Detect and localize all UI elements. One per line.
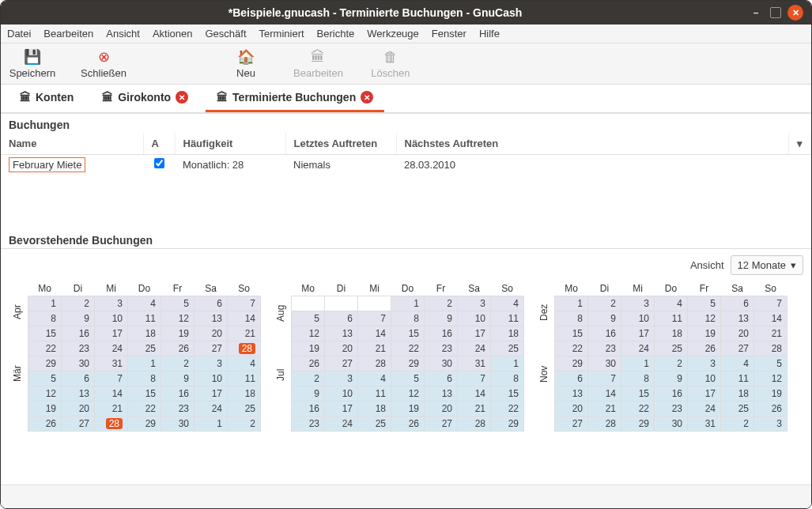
calendar-day[interactable]: 24 bbox=[325, 417, 358, 432]
calendar-day[interactable]: 20 bbox=[425, 402, 458, 417]
calendar-day[interactable]: 3 bbox=[325, 371, 358, 386]
calendar-day[interactable]: 25 bbox=[128, 341, 161, 356]
calendar-day[interactable]: 8 bbox=[491, 371, 524, 386]
calendar-day[interactable]: 10 bbox=[458, 311, 491, 326]
calendar-day[interactable]: 19 bbox=[161, 326, 195, 341]
calendar-day[interactable]: 30 bbox=[62, 356, 95, 371]
calendar-day[interactable]: 1 bbox=[128, 356, 161, 371]
calendar-day[interactable]: 5 bbox=[292, 311, 325, 326]
calendar-day[interactable]: 22 bbox=[128, 402, 161, 417]
calendar-day[interactable]: 26 bbox=[391, 417, 425, 432]
calendar-day[interactable]: 14 bbox=[458, 386, 491, 402]
calendar-day[interactable]: 3 bbox=[458, 296, 491, 311]
calendar-day[interactable]: 14 bbox=[588, 386, 621, 402]
calendar-day[interactable]: 21 bbox=[754, 326, 787, 341]
calendar-day[interactable]: 8 bbox=[621, 371, 655, 386]
menu-aktionen[interactable]: Aktionen bbox=[153, 28, 193, 40]
calendar-day[interactable]: 28 bbox=[754, 341, 787, 356]
calendar-day[interactable]: 1 bbox=[28, 296, 62, 311]
calendar-day[interactable]: 2 bbox=[721, 417, 754, 432]
calendar-day[interactable]: 25 bbox=[358, 417, 391, 432]
tab-scheduled[interactable]: 🏛 Terminierte Buchungen ✕ bbox=[206, 85, 384, 112]
calendar-day[interactable]: 5 bbox=[391, 371, 425, 386]
calendar-day[interactable]: 18 bbox=[721, 386, 754, 402]
calendar-day[interactable]: 9 bbox=[425, 311, 458, 326]
calendar-day[interactable]: 30 bbox=[425, 356, 458, 371]
calendar-day[interactable]: 28 bbox=[358, 356, 391, 371]
calendar-day[interactable]: 28 bbox=[228, 341, 261, 356]
calendar-day[interactable]: 4 bbox=[128, 296, 161, 311]
calendar-day[interactable]: 22 bbox=[621, 402, 655, 417]
calendar-day[interactable]: 23 bbox=[62, 341, 95, 356]
calendar-day[interactable]: 11 bbox=[358, 386, 391, 402]
calendar-day[interactable]: 4 bbox=[721, 356, 754, 371]
calendar-day[interactable]: 21 bbox=[358, 341, 391, 356]
calendar-day[interactable]: 23 bbox=[655, 402, 688, 417]
calendar-day[interactable]: 19 bbox=[688, 326, 721, 341]
col-freq[interactable]: Häufigkeit bbox=[175, 133, 285, 155]
calendar-day[interactable]: 23 bbox=[292, 417, 325, 432]
calendar-day[interactable]: 1 bbox=[555, 296, 588, 311]
calendar-day[interactable]: 4 bbox=[655, 296, 688, 311]
calendar-day[interactable]: 5 bbox=[754, 356, 787, 371]
menu-ansicht[interactable]: Ansicht bbox=[106, 28, 140, 40]
calendar-day[interactable]: 14 bbox=[754, 311, 787, 326]
calendar-day[interactable]: 11 bbox=[721, 371, 754, 386]
calendar-day[interactable]: 14 bbox=[228, 311, 261, 326]
calendar-day[interactable]: 27 bbox=[62, 417, 95, 432]
calendar-day[interactable]: 7 bbox=[95, 371, 128, 386]
calendar-day[interactable]: 18 bbox=[655, 326, 688, 341]
calendar-day[interactable]: 27 bbox=[195, 341, 228, 356]
calendar-day[interactable]: 2 bbox=[62, 296, 95, 311]
col-a[interactable]: A bbox=[143, 133, 175, 155]
calendar-day[interactable]: 13 bbox=[195, 311, 228, 326]
calendar-day[interactable]: 2 bbox=[655, 356, 688, 371]
calendar-day[interactable]: 29 bbox=[621, 417, 655, 432]
calendar-day[interactable]: 2 bbox=[425, 296, 458, 311]
calendar-day[interactable]: 21 bbox=[588, 402, 621, 417]
calendar-day[interactable] bbox=[325, 296, 358, 311]
calendar-day[interactable]: 27 bbox=[555, 417, 588, 432]
calendar-day[interactable]: 27 bbox=[325, 356, 358, 371]
calendar-day[interactable]: 24 bbox=[95, 341, 128, 356]
calendar-day[interactable]: 4 bbox=[228, 356, 261, 371]
calendar-day[interactable]: 13 bbox=[721, 311, 754, 326]
calendar-day[interactable]: 11 bbox=[655, 311, 688, 326]
window-close-button[interactable] bbox=[787, 5, 803, 21]
calendar-day[interactable]: 4 bbox=[358, 371, 391, 386]
calendar-day[interactable]: 16 bbox=[161, 386, 195, 402]
calendar-day[interactable]: 28 bbox=[458, 417, 491, 432]
calendar-day[interactable]: 22 bbox=[28, 341, 62, 356]
calendar-day[interactable]: 22 bbox=[391, 341, 425, 356]
calendar-day[interactable]: 3 bbox=[754, 417, 787, 432]
calendar-day[interactable]: 8 bbox=[28, 311, 62, 326]
calendar-day[interactable]: 15 bbox=[128, 386, 161, 402]
calendar-day[interactable]: 22 bbox=[555, 341, 588, 356]
calendar-day[interactable]: 6 bbox=[62, 371, 95, 386]
calendar-day[interactable]: 13 bbox=[555, 386, 588, 402]
calendar-day[interactable]: 3 bbox=[195, 356, 228, 371]
calendar-day[interactable]: 5 bbox=[28, 371, 62, 386]
calendar-day[interactable]: 18 bbox=[128, 326, 161, 341]
calendar-day[interactable]: 26 bbox=[292, 356, 325, 371]
calendar-day[interactable]: 9 bbox=[588, 311, 621, 326]
calendar-day[interactable]: 19 bbox=[754, 386, 787, 402]
calendar-day[interactable]: 8 bbox=[555, 311, 588, 326]
calendar-day[interactable] bbox=[358, 296, 391, 311]
calendar-day[interactable]: 23 bbox=[161, 402, 195, 417]
calendar-day[interactable]: 30 bbox=[588, 356, 621, 371]
calendar-day[interactable]: 7 bbox=[228, 296, 261, 311]
close-tab-icon[interactable]: ✕ bbox=[361, 91, 373, 104]
menu-bearbeiten[interactable]: Bearbeiten bbox=[43, 28, 93, 40]
calendar-day[interactable]: 23 bbox=[425, 341, 458, 356]
calendar-day[interactable]: 25 bbox=[721, 402, 754, 417]
calendar-day[interactable]: 17 bbox=[688, 386, 721, 402]
calendar-day[interactable]: 13 bbox=[425, 386, 458, 402]
calendar-day[interactable]: 29 bbox=[491, 417, 524, 432]
calendar-day[interactable]: 31 bbox=[458, 356, 491, 371]
calendar-day[interactable]: 9 bbox=[161, 371, 195, 386]
calendar-day[interactable]: 21 bbox=[228, 326, 261, 341]
calendar-day[interactable]: 15 bbox=[28, 326, 62, 341]
calendar-day[interactable]: 7 bbox=[358, 311, 391, 326]
view-dropdown[interactable]: 12 Monate ▾ bbox=[731, 255, 803, 275]
